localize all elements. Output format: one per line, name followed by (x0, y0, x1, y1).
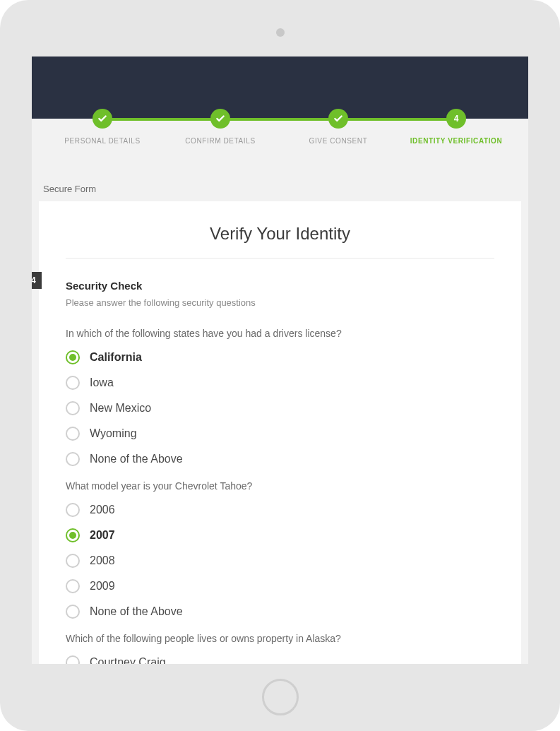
option-label: New Mexico (90, 402, 151, 415)
step-label: CONFIRM DETAILS (164, 137, 277, 145)
radio-option[interactable]: Wyoming (66, 427, 494, 441)
radio-option[interactable]: New Mexico (66, 401, 494, 415)
question-block: In which of the following states have yo… (66, 328, 494, 466)
option-label: None of the Above (90, 605, 183, 618)
check-icon (328, 109, 348, 129)
option-label: 2009 (90, 580, 115, 593)
app-screen: PERSONAL DETAILS CONFIRM DETAILS GIVE CO… (32, 57, 528, 664)
form-card: 01:24 Verify Your Identity Security Chec… (39, 201, 521, 664)
step-label: GIVE CONSENT (282, 137, 395, 145)
radio-icon (66, 376, 80, 390)
radio-icon (66, 579, 80, 593)
radio-icon (66, 427, 80, 441)
tablet-frame: PERSONAL DETAILS CONFIRM DETAILS GIVE CO… (0, 0, 560, 731)
option-label: None of the Above (90, 453, 183, 465)
step-personal-details[interactable]: PERSONAL DETAILS (46, 109, 159, 145)
radio-icon (66, 605, 80, 619)
radio-option[interactable]: 2008 (66, 554, 494, 568)
radio-option[interactable]: 2006 (66, 503, 494, 517)
option-label: Wyoming (90, 427, 137, 440)
radio-option[interactable]: None of the Above (66, 452, 494, 466)
questions-container: In which of the following states have yo… (66, 328, 494, 664)
radio-option[interactable]: 2009 (66, 579, 494, 593)
option-label: 2007 (90, 529, 115, 542)
step-label: PERSONAL DETAILS (46, 137, 159, 145)
option-label: 2006 (90, 504, 115, 516)
check-icon (93, 109, 112, 129)
question-text: Which of the following people lives or o… (66, 633, 494, 644)
radio-icon (66, 503, 80, 517)
radio-option[interactable]: Courtney Craig (66, 655, 494, 664)
radio-icon (66, 401, 80, 415)
check-icon (210, 109, 230, 129)
progress-stepper: PERSONAL DETAILS CONFIRM DETAILS GIVE CO… (32, 109, 528, 160)
option-label: 2008 (90, 554, 115, 567)
radio-icon (66, 554, 80, 568)
option-label: Courtney Craig (90, 656, 166, 664)
section-description: Please answer the following security que… (66, 297, 494, 308)
radio-icon (66, 350, 80, 364)
step-number: 4 (454, 114, 459, 124)
home-button[interactable] (262, 679, 299, 715)
question-block: Which of the following people lives or o… (66, 633, 494, 664)
radio-option[interactable]: California (66, 350, 494, 364)
question-text: In which of the following states have yo… (66, 328, 494, 339)
option-label: California (90, 351, 142, 364)
radio-icon (66, 528, 80, 542)
question-text: What model year is your Chevrolet Tahoe? (66, 480, 494, 492)
radio-icon (66, 452, 80, 466)
step-number-badge: 4 (446, 109, 466, 129)
radio-option[interactable]: Iowa (66, 376, 494, 390)
step-identity-verification[interactable]: 4 IDENTITY VERIFICATION (400, 109, 513, 145)
step-label: IDENTITY VERIFICATION (400, 137, 513, 145)
camera-dot (276, 28, 285, 37)
radio-option[interactable]: None of the Above (66, 605, 494, 619)
option-label: Iowa (90, 376, 114, 389)
step-give-consent[interactable]: GIVE CONSENT (282, 109, 395, 145)
radio-option[interactable]: 2007 (66, 528, 494, 542)
section-title: Security Check (66, 280, 494, 292)
timer-badge: 01:24 (32, 272, 42, 289)
secure-form-label: Secure Form (43, 184, 528, 194)
step-confirm-details[interactable]: CONFIRM DETAILS (164, 109, 277, 145)
card-title: Verify Your Identity (66, 224, 494, 258)
radio-icon (66, 655, 80, 664)
question-block: What model year is your Chevrolet Tahoe?… (66, 480, 494, 619)
